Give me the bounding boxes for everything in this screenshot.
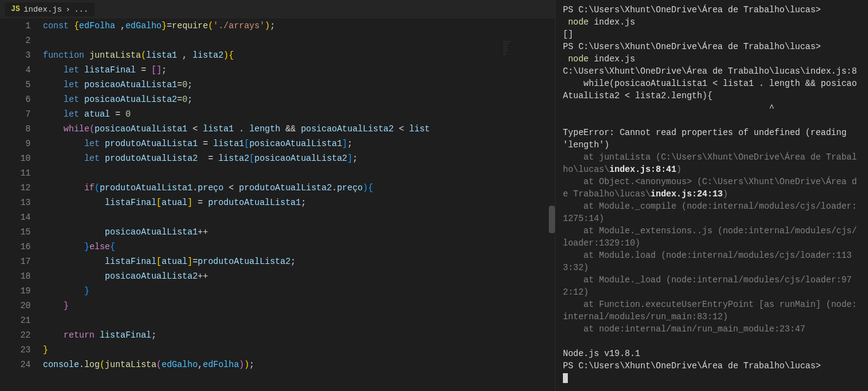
line-number: 12 bbox=[0, 180, 31, 195]
minimap-content: ▬▬▬ ▬▬ ▬▬▬▬▬▬▬ ▬▬▬▬▬ ▬▬▬▬▬▬▬▬▬▬ ▬▬▬▬▬▬▬▬… bbox=[500, 37, 555, 61]
terminal-line: node index.js bbox=[563, 53, 861, 65]
code-line[interactable]: listaFinal[atual] = produtoAtualLista1; bbox=[43, 195, 555, 210]
terminal-pane[interactable]: PS C:\Users\Xhunt\OneDrive\Área de Traba… bbox=[556, 0, 868, 391]
line-number: 3 bbox=[0, 48, 31, 63]
line-number: 20 bbox=[0, 298, 31, 313]
code-line[interactable] bbox=[43, 166, 555, 180]
app-root: JS index.js › ... 1234567891011121314151… bbox=[0, 0, 868, 391]
terminal-line: at juntaLista (C:\Users\Xhunt\OneDrive\Á… bbox=[563, 151, 861, 176]
terminal-line: ^ bbox=[563, 102, 861, 114]
line-number: 1 bbox=[0, 18, 31, 33]
code-line[interactable]: posicaoAtualLista1++ bbox=[43, 225, 555, 239]
terminal-line: at Module.load (node:internal/modules/cj… bbox=[563, 249, 861, 274]
line-number: 24 bbox=[0, 357, 31, 372]
terminal-line: at node:internal/main/run_main_module:23… bbox=[563, 323, 861, 335]
terminal-line: at Function.executeUserEntryPoint [as ru… bbox=[563, 298, 861, 323]
line-number: 7 bbox=[0, 107, 31, 122]
terminal-line: node index.js bbox=[563, 16, 861, 28]
scrollbar-thumb[interactable] bbox=[549, 206, 555, 233]
tab-filename: index.js bbox=[23, 5, 61, 14]
code-line[interactable]: } bbox=[43, 298, 555, 313]
code-line[interactable]: const {edFolha ,edGalho}=require('./arra… bbox=[43, 18, 555, 33]
terminal-line: Node.js v19.8.1 bbox=[563, 347, 861, 360]
code-line[interactable]: let posicaoAtualLista1=0; bbox=[43, 77, 555, 92]
code-line[interactable]: return listaFinal; bbox=[43, 328, 555, 343]
line-number: 2 bbox=[0, 33, 31, 48]
code-line[interactable]: listaFinal[atual]=produtoAtualLista2; bbox=[43, 254, 555, 269]
line-number: 8 bbox=[0, 122, 31, 136]
code-line[interactable]: while(posicaoAtualLista1 < lista1 . leng… bbox=[43, 122, 555, 136]
code-line[interactable] bbox=[43, 313, 555, 328]
code-line[interactable]: let atual = 0 bbox=[43, 107, 555, 122]
terminal-line: [] bbox=[563, 28, 861, 41]
terminal-line: PS C:\Users\Xhunt\OneDrive\Área de Traba… bbox=[563, 360, 861, 372]
code-line[interactable]: } bbox=[43, 284, 555, 298]
line-number: 15 bbox=[0, 225, 31, 239]
code-area[interactable]: 123456789101112131415161718192021222324 … bbox=[0, 18, 555, 391]
line-number: 23 bbox=[0, 343, 31, 357]
line-number: 13 bbox=[0, 195, 31, 210]
code-line[interactable]: console.log(juntaLista(edGalho,edFolha))… bbox=[43, 357, 555, 372]
terminal-line bbox=[563, 335, 861, 347]
terminal-line: C:\Users\Xhunt\OneDrive\Área de Trabalho… bbox=[563, 65, 861, 77]
editor-pane: JS index.js › ... 1234567891011121314151… bbox=[0, 0, 556, 391]
breadcrumb-tail: ... bbox=[74, 5, 88, 14]
line-number: 11 bbox=[0, 166, 31, 180]
terminal-line: while(posicaoAtualLista1 < lista1 . leng… bbox=[563, 77, 861, 102]
code-line[interactable]: let produtoAtualLista1 = lista1[posicaoA… bbox=[43, 136, 555, 151]
code-line[interactable]: let posicaoAtualLista2=0; bbox=[43, 92, 555, 107]
code-line[interactable]: posicaoAtualLista2++ bbox=[43, 269, 555, 284]
js-file-icon: JS bbox=[11, 5, 20, 14]
terminal-line: at Object.<anonymous> (C:\Users\Xhunt\On… bbox=[563, 176, 861, 200]
line-number: 18 bbox=[0, 269, 31, 284]
code-line[interactable]: let produtoAtualLista2 = lista2[posicaoA… bbox=[43, 151, 555, 166]
line-number: 5 bbox=[0, 77, 31, 92]
terminal-line bbox=[563, 372, 861, 384]
code-line[interactable] bbox=[43, 210, 555, 225]
terminal-line: PS C:\Users\Xhunt\OneDrive\Área de Traba… bbox=[563, 4, 861, 16]
line-number: 21 bbox=[0, 313, 31, 328]
code-line[interactable] bbox=[43, 33, 555, 48]
breadcrumb-sep: › bbox=[66, 5, 71, 14]
line-number: 10 bbox=[0, 151, 31, 166]
line-number: 4 bbox=[0, 63, 31, 77]
line-number: 17 bbox=[0, 254, 31, 269]
code-line[interactable]: }else{ bbox=[43, 239, 555, 254]
code-line[interactable]: let listaFinal = []; bbox=[43, 63, 555, 77]
line-number: 9 bbox=[0, 136, 31, 151]
code-line[interactable]: if(produtoAtualLista1.preço < produtoAtu… bbox=[43, 180, 555, 195]
code-line[interactable]: function juntaLista(lista1 , lista2){ bbox=[43, 48, 555, 63]
tab-bar: JS index.js › ... bbox=[0, 0, 555, 18]
terminal-line: TypeError: Cannot read properties of und… bbox=[563, 126, 861, 151]
file-tab[interactable]: JS index.js › ... bbox=[5, 2, 95, 17]
terminal-line: at Module._extensions..js (node:internal… bbox=[563, 225, 861, 249]
code-line[interactable]: } bbox=[43, 343, 555, 357]
line-gutter: 123456789101112131415161718192021222324 bbox=[0, 18, 43, 391]
line-number: 22 bbox=[0, 328, 31, 343]
terminal-line bbox=[563, 114, 861, 126]
code-lines[interactable]: const {edFolha ,edGalho}=require('./arra… bbox=[43, 18, 555, 391]
terminal-line: at Module._compile (node:internal/module… bbox=[563, 200, 861, 225]
terminal-cursor bbox=[563, 373, 568, 383]
terminal-line: at Module._load (node:internal/modules/c… bbox=[563, 274, 861, 298]
line-number: 19 bbox=[0, 284, 31, 298]
line-number: 14 bbox=[0, 210, 31, 225]
line-number: 6 bbox=[0, 92, 31, 107]
terminal-line: PS C:\Users\Xhunt\OneDrive\Área de Traba… bbox=[563, 41, 861, 53]
minimap[interactable]: ▬▬▬ ▬▬ ▬▬▬▬▬▬▬ ▬▬▬▬▬ ▬▬▬▬▬▬▬▬▬▬ ▬▬▬▬▬▬▬▬… bbox=[500, 37, 555, 110]
line-number: 16 bbox=[0, 239, 31, 254]
